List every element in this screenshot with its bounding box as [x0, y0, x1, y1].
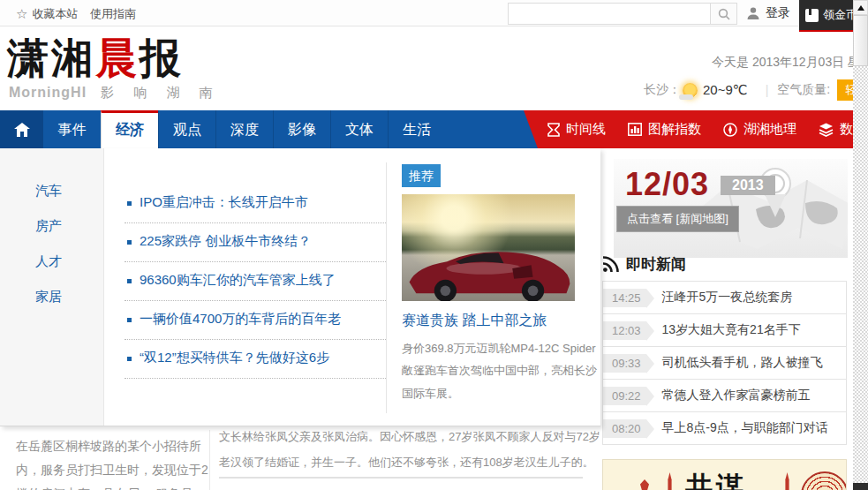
nav-tab-culture[interactable]: 文体 [330, 110, 388, 148]
headline-item: IPO重启冲击：长线开启牛市 [125, 185, 386, 223]
headline-item: 225家跌停 创业板牛市终结？ [125, 223, 386, 262]
nav-tab-images[interactable]: 影像 [273, 110, 330, 148]
today-date-line: 今天是 2013年12月03日 星期 [712, 55, 853, 71]
dropdown-category-talent[interactable]: 人才 [0, 244, 103, 279]
live-news-item[interactable]: 14:25 汪峰开5万一夜总统套房 [603, 282, 846, 314]
air-quality-label: 空气质量: [777, 82, 830, 98]
search-input[interactable] [508, 3, 711, 25]
live-news-item[interactable]: 12:03 13岁大姐大竟有21名手下 [603, 314, 846, 347]
live-news-text: 常德人登入作家富豪榜前五 [662, 388, 811, 403]
nav-tab-life[interactable]: 生活 [388, 110, 445, 148]
headline-item: 一辆价值4700万的车背后的百年老 [125, 301, 386, 340]
search-button[interactable] [711, 3, 737, 25]
live-news-item[interactable]: 08:20 早上8点-9点，与职能部门对话 [603, 412, 846, 445]
coins-button[interactable]: 领金币 [799, 0, 853, 32]
logo-text-1: 潇湘 [7, 34, 95, 81]
headline-item: 96360购车汇你的汽车管家上线了 [125, 262, 386, 301]
temperature-value: 20~9℃ [703, 82, 748, 98]
coins-label: 领金币 [823, 7, 853, 23]
logo-subtitle: MorningHI 影 响 湖 南 [9, 85, 221, 102]
logo-english: MorningHI [9, 85, 87, 101]
live-news-time: 14:25 [603, 289, 646, 307]
live-news-text: 司机低头看手机，路人被撞飞 [662, 355, 823, 371]
search-box [508, 3, 737, 25]
user-guide-link[interactable]: 使用指南 [90, 6, 136, 22]
quick-link-label: 时间线 [566, 121, 606, 138]
user-icon [746, 6, 760, 20]
ad-ornament [640, 479, 649, 490]
nav-tab-events[interactable]: 事件 [43, 110, 101, 148]
site-logo[interactable]: 潇湘晨报 [7, 35, 184, 81]
news-map-banner: 12/03 2013 点击查看 [新闻地图] [614, 159, 848, 258]
headline-link[interactable]: 225家跌停 创业板牛市终结？ [140, 233, 311, 248]
live-news-time: 09:33 [603, 354, 646, 373]
recommend-description: 身价369.8万元迈凯轮MP4-12C Spider敞篷跑车首次驾临中国中部，亮… [402, 337, 598, 404]
login-button[interactable]: 登录 [746, 5, 790, 21]
column-divider [209, 430, 210, 490]
wallet-icon [805, 9, 819, 22]
economy-dropdown-panel: 汽车 房产 人才 家居 IPO重启冲击：长线开启牛市 225家跌停 创业板牛市终… [0, 148, 600, 426]
recommend-title[interactable]: 赛道贵族 踏上中部之旅 [402, 312, 598, 330]
headline-link[interactable]: IPO重启冲击：长线开启牛市 [140, 194, 308, 209]
favorite-site-label: 收藏本站 [32, 6, 78, 22]
scrollbar-thumb[interactable] [853, 15, 868, 66]
news-map-button[interactable]: 点击查看 [新闻地图] [616, 206, 739, 232]
nav-tab-opinion[interactable]: 观点 [158, 110, 215, 148]
nav-quick-links: 时间线 图解指数 湖湘地理 [519, 110, 853, 148]
user-guide-label: 使用指南 [90, 6, 136, 22]
weather-strip: 长沙： 20~9℃ | 空气质量: 轻度污染 [644, 79, 853, 101]
hourglass-icon [547, 123, 560, 137]
scrollbar [853, 0, 868, 490]
live-news-text: 汪峰开5万一夜总统套房 [662, 290, 793, 305]
quick-link-label: 湖湘地理 [743, 121, 796, 138]
live-news-title: 即时新闻 [626, 254, 686, 275]
nav-tab-depth[interactable]: 深度 [215, 110, 273, 148]
quick-link-digital-paper[interactable]: 数字报 [819, 121, 853, 138]
quick-link-chart-index[interactable]: 图解指数 [628, 121, 701, 138]
ad-banner[interactable]: 共谋 [602, 459, 847, 490]
quick-link-timeline[interactable]: 时间线 [547, 121, 606, 138]
headline-item: “双12”想买特供车？先做好这6步 [125, 340, 386, 379]
rss-icon [602, 256, 619, 273]
dropdown-category-cars[interactable]: 汽车 [0, 173, 103, 208]
weather-divider: | [766, 83, 769, 97]
air-quality-badge: 轻度污染 [837, 79, 853, 101]
live-news-text: 13岁大姐大竟有21名手下 [662, 322, 801, 338]
scrollbar-up-button[interactable] [853, 0, 868, 15]
ad-calligraphy-text: 共谋 [685, 469, 747, 490]
recommend-car-photo[interactable] [402, 194, 575, 301]
dropdown-category-home[interactable]: 家居 [0, 279, 103, 314]
favorite-site-link[interactable]: ☆ 收藏本站 [16, 6, 78, 22]
headline-link[interactable]: 96360购车汇你的汽车管家上线了 [140, 272, 336, 287]
nav-tab-economy[interactable]: 经济 [101, 110, 158, 148]
page: ☆ 收藏本站 使用指南 登录 领金币 潇湘晨报 [0, 0, 853, 490]
quick-link-geography[interactable]: 湖湘地理 [723, 121, 796, 138]
headline-link[interactable]: 一辆价值4700万的车背后的百年老 [140, 311, 341, 326]
ad-medallion-icon [801, 471, 847, 490]
article-teaser-left[interactable]: 在岳麓区桐梓坡路的某个小招待所内，服务员打扫卫生时，发现位于2楼的房间内有一具女… [16, 434, 208, 490]
article-teaser-middle[interactable]: 文长林给张凤父亲及张凤治病。因心怀感恩，27岁张凤不顾家人反对与72岁老汉领了结… [219, 424, 600, 475]
dropdown-category-realestate[interactable]: 房产 [0, 208, 103, 244]
live-news-time: 09:22 [603, 387, 646, 405]
nav-home-tab[interactable] [0, 110, 43, 148]
main-nav: 事件 经济 观点 深度 影像 文体 生活 时间线 图 [0, 110, 853, 148]
horizontal-divider [219, 477, 583, 479]
headline-link[interactable]: “双12”想买特供车？先做好这6步 [140, 350, 329, 365]
logo-text-2: 报 [140, 34, 184, 81]
recommend-section: 推荐 赛道贵族 踏上中部之旅 身价369.8万元迈凯轮MP4-12C Spide… [402, 164, 598, 404]
sports-car-illustration [402, 239, 575, 301]
scrollbar-down-button[interactable] [853, 483, 868, 490]
live-news-item[interactable]: 09:33 司机低头看手机，路人被撞飞 [603, 347, 846, 380]
search-icon [718, 8, 730, 20]
live-news-time: 12:03 [603, 321, 646, 340]
scrollbar-track[interactable] [853, 66, 868, 483]
quick-link-label: 图解指数 [648, 121, 701, 138]
recommend-badge: 推荐 [402, 164, 441, 187]
live-news-text: 早上8点-9点，与职能部门对话 [662, 420, 828, 436]
dropdown-category-list: 汽车 房产 人才 家居 [0, 148, 104, 426]
live-news-item[interactable]: 09:22 常德人登入作家富豪榜前五 [603, 380, 846, 412]
live-news-time: 08:20 [603, 419, 646, 438]
live-news-header: 即时新闻 [602, 254, 686, 275]
logo-slogan: 影 响 湖 南 [101, 85, 221, 102]
live-news-list: 14:25 汪峰开5万一夜总统套房 12:03 13岁大姐大竟有21名手下 09… [602, 281, 847, 445]
